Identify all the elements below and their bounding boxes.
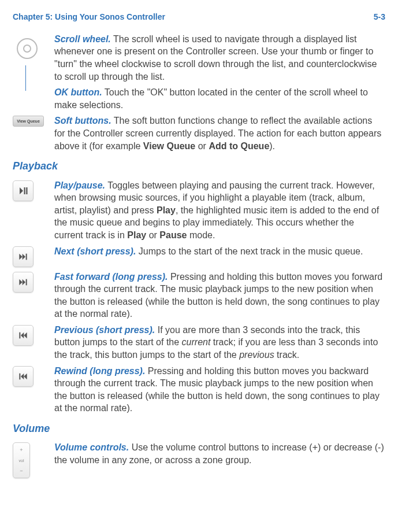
volume-rocker-icon: + vol −: [13, 442, 30, 478]
entry-play-pause: Play/pause. Toggles between playing and …: [13, 179, 385, 242]
entry-ffwd: Fast forward (long press). Pressing and …: [13, 271, 385, 320]
svg-rect-3: [26, 279, 27, 285]
entry-ok-button: OK button. Touch the "OK" button located…: [13, 86, 385, 111]
desc-play-pause-d: mode.: [187, 230, 215, 240]
term-play-pause: Play/pause.: [54, 180, 105, 190]
previous-icon: [13, 325, 34, 346]
bold-add-to-queue: Add to Queue: [209, 141, 269, 151]
svg-rect-5: [19, 373, 20, 379]
next-icon: [13, 246, 34, 267]
entry-scroll-wheel: Scroll wheel. The scroll wheel is used t…: [13, 33, 385, 83]
section-playback: Playback: [13, 159, 385, 173]
svg-rect-4: [19, 332, 20, 339]
section-volume: Volume: [13, 422, 385, 435]
bold-pause: Pause: [159, 230, 187, 240]
volume-label: vol: [19, 458, 24, 463]
term-ok-button: OK button.: [54, 87, 102, 97]
entry-soft-buttons: View Queue Soft buttons. The soft button…: [13, 114, 385, 152]
term-prev: Previous (short press).: [54, 325, 155, 335]
page-header: Chapter 5: Using Your Sonos Controller 5…: [13, 12, 385, 23]
desc-soft-buttons-b: or: [195, 141, 209, 151]
bold-view-queue: View Queue: [143, 141, 195, 151]
chapter-title: Chapter 5: Using Your Sonos Controller: [13, 12, 165, 23]
term-next: Next (short press).: [54, 246, 136, 256]
term-soft-buttons: Soft buttons.: [54, 116, 111, 125]
bold-play-2: Play: [127, 230, 146, 240]
bold-play-1: Play: [157, 205, 176, 215]
term-scroll-wheel: Scroll wheel.: [54, 34, 111, 44]
entry-rewind: Rewind (long press). Pressing and holdin…: [13, 365, 385, 415]
desc-next: Jumps to the start of the next track in …: [136, 246, 363, 256]
svg-rect-2: [26, 253, 27, 260]
scroll-wheel-icon: [13, 34, 42, 63]
page-number: 5-3: [374, 12, 385, 23]
fast-forward-icon: [13, 272, 34, 293]
term-rewind: Rewind (long press).: [54, 366, 145, 376]
desc-soft-buttons-c: ).: [269, 141, 275, 151]
svg-rect-1: [26, 187, 27, 194]
term-volume: Volume controls.: [54, 442, 129, 452]
entry-next: Next (short press). Jumps to the start o…: [13, 245, 385, 267]
volume-plus-icon: +: [20, 446, 23, 453]
entry-prev: Previous (short press). If you are more …: [13, 324, 385, 361]
term-ffwd: Fast forward (long press).: [54, 272, 168, 282]
rewind-icon: [13, 366, 34, 387]
ital-previous: previous: [239, 350, 274, 360]
soft-button-icon: View Queue: [13, 116, 44, 127]
desc-prev-c: track.: [274, 350, 300, 360]
entry-volume: + vol − Volume controls. Use the volume …: [13, 441, 385, 478]
volume-minus-icon: −: [20, 467, 23, 474]
desc-play-pause-c: or: [146, 230, 159, 240]
play-pause-icon: [13, 180, 34, 201]
ital-current: current: [182, 337, 211, 347]
svg-rect-0: [24, 187, 25, 194]
